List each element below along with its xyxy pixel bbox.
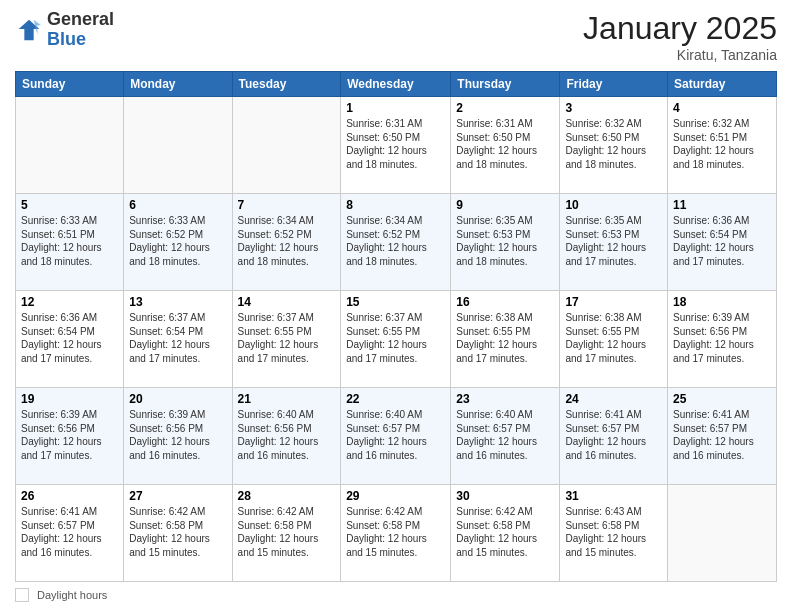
day-info: Sunrise: 6:39 AM Sunset: 6:56 PM Dayligh… bbox=[673, 311, 771, 365]
calendar-header-row: Sunday Monday Tuesday Wednesday Thursday… bbox=[16, 72, 777, 97]
table-row: 7Sunrise: 6:34 AM Sunset: 6:52 PM Daylig… bbox=[232, 194, 341, 291]
col-friday: Friday bbox=[560, 72, 668, 97]
calendar-week-row: 26Sunrise: 6:41 AM Sunset: 6:57 PM Dayli… bbox=[16, 485, 777, 582]
title-block: January 2025 Kiratu, Tanzania bbox=[583, 10, 777, 63]
logo: General Blue bbox=[15, 10, 114, 50]
day-info: Sunrise: 6:34 AM Sunset: 6:52 PM Dayligh… bbox=[346, 214, 445, 268]
table-row: 26Sunrise: 6:41 AM Sunset: 6:57 PM Dayli… bbox=[16, 485, 124, 582]
day-info: Sunrise: 6:31 AM Sunset: 6:50 PM Dayligh… bbox=[346, 117, 445, 171]
table-row: 25Sunrise: 6:41 AM Sunset: 6:57 PM Dayli… bbox=[668, 388, 777, 485]
table-row: 1Sunrise: 6:31 AM Sunset: 6:50 PM Daylig… bbox=[341, 97, 451, 194]
day-info: Sunrise: 6:42 AM Sunset: 6:58 PM Dayligh… bbox=[456, 505, 554, 559]
day-info: Sunrise: 6:40 AM Sunset: 6:56 PM Dayligh… bbox=[238, 408, 336, 462]
day-number: 27 bbox=[129, 489, 226, 503]
day-number: 14 bbox=[238, 295, 336, 309]
table-row: 15Sunrise: 6:37 AM Sunset: 6:55 PM Dayli… bbox=[341, 291, 451, 388]
day-info: Sunrise: 6:42 AM Sunset: 6:58 PM Dayligh… bbox=[129, 505, 226, 559]
day-info: Sunrise: 6:32 AM Sunset: 6:51 PM Dayligh… bbox=[673, 117, 771, 171]
day-number: 8 bbox=[346, 198, 445, 212]
table-row: 9Sunrise: 6:35 AM Sunset: 6:53 PM Daylig… bbox=[451, 194, 560, 291]
table-row: 19Sunrise: 6:39 AM Sunset: 6:56 PM Dayli… bbox=[16, 388, 124, 485]
table-row: 6Sunrise: 6:33 AM Sunset: 6:52 PM Daylig… bbox=[124, 194, 232, 291]
day-number: 24 bbox=[565, 392, 662, 406]
logo-general-text: General bbox=[47, 9, 114, 29]
table-row: 12Sunrise: 6:36 AM Sunset: 6:54 PM Dayli… bbox=[16, 291, 124, 388]
day-info: Sunrise: 6:41 AM Sunset: 6:57 PM Dayligh… bbox=[21, 505, 118, 559]
day-number: 1 bbox=[346, 101, 445, 115]
calendar-week-row: 12Sunrise: 6:36 AM Sunset: 6:54 PM Dayli… bbox=[16, 291, 777, 388]
table-row bbox=[16, 97, 124, 194]
day-number: 6 bbox=[129, 198, 226, 212]
calendar-week-row: 1Sunrise: 6:31 AM Sunset: 6:50 PM Daylig… bbox=[16, 97, 777, 194]
day-info: Sunrise: 6:33 AM Sunset: 6:51 PM Dayligh… bbox=[21, 214, 118, 268]
table-row: 10Sunrise: 6:35 AM Sunset: 6:53 PM Dayli… bbox=[560, 194, 668, 291]
table-row bbox=[668, 485, 777, 582]
day-number: 20 bbox=[129, 392, 226, 406]
day-info: Sunrise: 6:38 AM Sunset: 6:55 PM Dayligh… bbox=[456, 311, 554, 365]
day-number: 11 bbox=[673, 198, 771, 212]
table-row: 11Sunrise: 6:36 AM Sunset: 6:54 PM Dayli… bbox=[668, 194, 777, 291]
table-row: 2Sunrise: 6:31 AM Sunset: 6:50 PM Daylig… bbox=[451, 97, 560, 194]
calendar-week-row: 19Sunrise: 6:39 AM Sunset: 6:56 PM Dayli… bbox=[16, 388, 777, 485]
day-number: 10 bbox=[565, 198, 662, 212]
table-row bbox=[232, 97, 341, 194]
table-row: 4Sunrise: 6:32 AM Sunset: 6:51 PM Daylig… bbox=[668, 97, 777, 194]
day-info: Sunrise: 6:37 AM Sunset: 6:55 PM Dayligh… bbox=[346, 311, 445, 365]
day-number: 29 bbox=[346, 489, 445, 503]
day-number: 16 bbox=[456, 295, 554, 309]
day-info: Sunrise: 6:41 AM Sunset: 6:57 PM Dayligh… bbox=[565, 408, 662, 462]
footer: Daylight hours bbox=[15, 588, 777, 602]
table-row bbox=[124, 97, 232, 194]
day-info: Sunrise: 6:37 AM Sunset: 6:54 PM Dayligh… bbox=[129, 311, 226, 365]
daylight-label: Daylight hours bbox=[37, 589, 107, 601]
table-row: 14Sunrise: 6:37 AM Sunset: 6:55 PM Dayli… bbox=[232, 291, 341, 388]
table-row: 13Sunrise: 6:37 AM Sunset: 6:54 PM Dayli… bbox=[124, 291, 232, 388]
day-info: Sunrise: 6:41 AM Sunset: 6:57 PM Dayligh… bbox=[673, 408, 771, 462]
table-row: 31Sunrise: 6:43 AM Sunset: 6:58 PM Dayli… bbox=[560, 485, 668, 582]
day-info: Sunrise: 6:35 AM Sunset: 6:53 PM Dayligh… bbox=[565, 214, 662, 268]
day-number: 31 bbox=[565, 489, 662, 503]
day-number: 21 bbox=[238, 392, 336, 406]
table-row: 21Sunrise: 6:40 AM Sunset: 6:56 PM Dayli… bbox=[232, 388, 341, 485]
logo-icon bbox=[15, 16, 43, 44]
day-info: Sunrise: 6:32 AM Sunset: 6:50 PM Dayligh… bbox=[565, 117, 662, 171]
calendar-week-row: 5Sunrise: 6:33 AM Sunset: 6:51 PM Daylig… bbox=[16, 194, 777, 291]
table-row: 3Sunrise: 6:32 AM Sunset: 6:50 PM Daylig… bbox=[560, 97, 668, 194]
col-thursday: Thursday bbox=[451, 72, 560, 97]
table-row: 28Sunrise: 6:42 AM Sunset: 6:58 PM Dayli… bbox=[232, 485, 341, 582]
daylight-swatch bbox=[15, 588, 29, 602]
day-number: 12 bbox=[21, 295, 118, 309]
day-info: Sunrise: 6:42 AM Sunset: 6:58 PM Dayligh… bbox=[346, 505, 445, 559]
table-row: 29Sunrise: 6:42 AM Sunset: 6:58 PM Dayli… bbox=[341, 485, 451, 582]
day-info: Sunrise: 6:38 AM Sunset: 6:55 PM Dayligh… bbox=[565, 311, 662, 365]
day-number: 2 bbox=[456, 101, 554, 115]
day-number: 28 bbox=[238, 489, 336, 503]
day-info: Sunrise: 6:33 AM Sunset: 6:52 PM Dayligh… bbox=[129, 214, 226, 268]
col-saturday: Saturday bbox=[668, 72, 777, 97]
day-info: Sunrise: 6:31 AM Sunset: 6:50 PM Dayligh… bbox=[456, 117, 554, 171]
logo-blue-text: Blue bbox=[47, 29, 86, 49]
day-number: 3 bbox=[565, 101, 662, 115]
day-info: Sunrise: 6:36 AM Sunset: 6:54 PM Dayligh… bbox=[673, 214, 771, 268]
table-row: 17Sunrise: 6:38 AM Sunset: 6:55 PM Dayli… bbox=[560, 291, 668, 388]
day-number: 4 bbox=[673, 101, 771, 115]
day-number: 5 bbox=[21, 198, 118, 212]
day-info: Sunrise: 6:35 AM Sunset: 6:53 PM Dayligh… bbox=[456, 214, 554, 268]
day-number: 9 bbox=[456, 198, 554, 212]
col-wednesday: Wednesday bbox=[341, 72, 451, 97]
calendar-table: Sunday Monday Tuesday Wednesday Thursday… bbox=[15, 71, 777, 582]
day-info: Sunrise: 6:42 AM Sunset: 6:58 PM Dayligh… bbox=[238, 505, 336, 559]
table-row: 30Sunrise: 6:42 AM Sunset: 6:58 PM Dayli… bbox=[451, 485, 560, 582]
day-number: 22 bbox=[346, 392, 445, 406]
table-row: 23Sunrise: 6:40 AM Sunset: 6:57 PM Dayli… bbox=[451, 388, 560, 485]
day-info: Sunrise: 6:36 AM Sunset: 6:54 PM Dayligh… bbox=[21, 311, 118, 365]
location: Kiratu, Tanzania bbox=[583, 47, 777, 63]
table-row: 8Sunrise: 6:34 AM Sunset: 6:52 PM Daylig… bbox=[341, 194, 451, 291]
day-info: Sunrise: 6:43 AM Sunset: 6:58 PM Dayligh… bbox=[565, 505, 662, 559]
day-info: Sunrise: 6:40 AM Sunset: 6:57 PM Dayligh… bbox=[346, 408, 445, 462]
day-number: 30 bbox=[456, 489, 554, 503]
day-info: Sunrise: 6:39 AM Sunset: 6:56 PM Dayligh… bbox=[21, 408, 118, 462]
table-row: 5Sunrise: 6:33 AM Sunset: 6:51 PM Daylig… bbox=[16, 194, 124, 291]
table-row: 18Sunrise: 6:39 AM Sunset: 6:56 PM Dayli… bbox=[668, 291, 777, 388]
day-number: 19 bbox=[21, 392, 118, 406]
